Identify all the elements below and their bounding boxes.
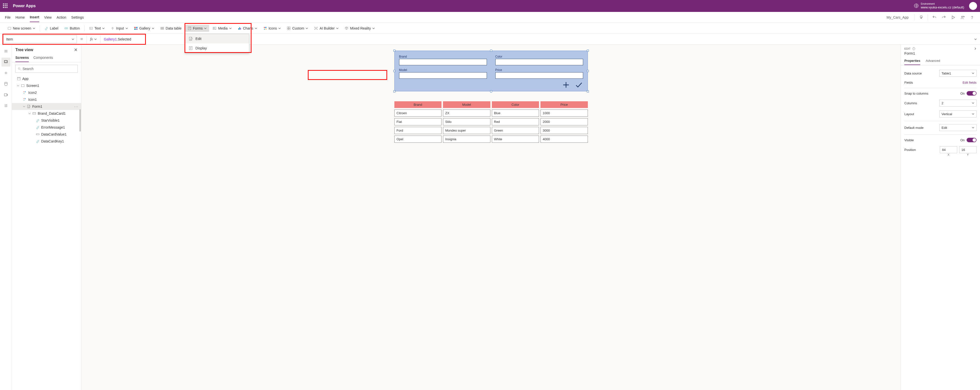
price-input[interactable] bbox=[495, 72, 583, 79]
formula-expand-button[interactable] bbox=[971, 37, 980, 41]
menu-view[interactable]: View bbox=[44, 13, 52, 22]
tree-node-key[interactable]: DataCardKey1 bbox=[12, 138, 81, 145]
tree-close-icon[interactable]: ✕ bbox=[74, 47, 78, 53]
brand-input[interactable] bbox=[399, 59, 487, 65]
charts-button[interactable]: Charts bbox=[235, 25, 260, 32]
tree-search-input[interactable]: Search bbox=[15, 65, 78, 73]
mixed-reality-button[interactable]: Mixed Reality bbox=[342, 25, 377, 32]
resize-handle[interactable] bbox=[393, 50, 395, 52]
table-cell[interactable]: Citroen bbox=[395, 109, 442, 117]
resize-handle[interactable] bbox=[490, 90, 492, 92]
resize-handle[interactable] bbox=[393, 70, 395, 72]
snap-toggle[interactable] bbox=[967, 91, 977, 96]
label-button[interactable]: Label bbox=[42, 25, 61, 32]
tree-node-brand-card[interactable]: Brand_DataCard1 bbox=[12, 110, 81, 117]
environment-selector[interactable]: Environment www.vyuka-excelu.cz (default… bbox=[914, 3, 964, 10]
rail-tools-icon[interactable] bbox=[2, 101, 10, 110]
table-cell[interactable]: ZX bbox=[443, 109, 490, 117]
ai-builder-button[interactable]: AI Builder bbox=[312, 25, 341, 32]
columns-select[interactable]: 2 bbox=[939, 99, 977, 107]
default-mode-select[interactable]: Edit bbox=[939, 124, 977, 131]
form-field-color[interactable]: Color bbox=[495, 54, 583, 65]
props-tab-properties[interactable]: Properties bbox=[904, 57, 920, 65]
table-cell[interactable]: Blue bbox=[492, 109, 539, 117]
form-field-model[interactable]: Model bbox=[399, 68, 487, 79]
menu-settings[interactable]: Settings bbox=[71, 13, 84, 22]
data-source-select[interactable]: Table1 bbox=[939, 70, 977, 77]
tree-node-icon1[interactable]: Icon1 bbox=[12, 96, 81, 103]
rail-insert-icon[interactable] bbox=[2, 69, 10, 77]
data-table-button[interactable]: Data table bbox=[158, 25, 184, 32]
rail-data-icon[interactable] bbox=[2, 80, 10, 88]
table-cell[interactable]: Red bbox=[492, 118, 539, 125]
table-cell[interactable]: White bbox=[492, 136, 539, 143]
tree-node-form1[interactable]: Form1 ··· bbox=[12, 103, 81, 110]
fx-button[interactable]: fx bbox=[87, 35, 100, 43]
rail-media-icon[interactable] bbox=[2, 90, 10, 99]
resize-handle[interactable] bbox=[490, 50, 492, 52]
position-x-input[interactable]: 84 bbox=[940, 146, 957, 153]
help-icon[interactable] bbox=[969, 14, 975, 20]
waffle-icon[interactable] bbox=[3, 3, 8, 8]
scrollbar-thumb[interactable] bbox=[80, 109, 81, 131]
info-icon[interactable] bbox=[912, 47, 915, 50]
table-cell[interactable]: 1000 bbox=[541, 109, 588, 117]
user-avatar[interactable] bbox=[969, 2, 977, 10]
rail-hamburger-icon[interactable] bbox=[2, 47, 10, 56]
forms-edit-item[interactable]: Edit bbox=[185, 34, 249, 43]
menu-action[interactable]: Action bbox=[57, 13, 66, 22]
forms-display-item[interactable]: Display bbox=[185, 43, 249, 53]
resize-handle[interactable] bbox=[393, 90, 395, 92]
table-cell[interactable]: Ford bbox=[395, 127, 442, 134]
table-cell[interactable]: Green bbox=[492, 127, 539, 134]
rail-tree-view-icon[interactable] bbox=[2, 58, 10, 67]
tree-tab-components[interactable]: Components bbox=[33, 54, 53, 62]
app-name[interactable]: My_Cars_App bbox=[886, 15, 908, 19]
new-screen-button[interactable]: New screen bbox=[5, 25, 38, 32]
edit-fields-link[interactable]: Edit fields bbox=[963, 81, 977, 85]
undo-icon[interactable] bbox=[931, 14, 937, 20]
table-cell[interactable]: 3000 bbox=[541, 127, 588, 134]
property-selector[interactable]: Item bbox=[3, 35, 77, 43]
resize-handle[interactable] bbox=[587, 50, 589, 52]
forms-button[interactable]: Forms bbox=[185, 25, 209, 32]
position-y-input[interactable]: 16 bbox=[959, 146, 977, 153]
icons-button[interactable]: Icons bbox=[261, 25, 283, 32]
table-cell[interactable]: Insignia bbox=[443, 136, 490, 143]
redo-icon[interactable] bbox=[941, 14, 947, 20]
custom-button[interactable]: Custom bbox=[284, 25, 310, 32]
table-cell[interactable]: Mondeo super bbox=[443, 127, 490, 134]
data-gallery[interactable]: BrandModelColorPriceCitroenZXBlue1000Fia… bbox=[395, 101, 588, 143]
table-cell[interactable]: Opel bbox=[395, 136, 442, 143]
tree-node-value[interactable]: DataCardValue1 bbox=[12, 131, 81, 138]
table-cell[interactable]: Fiat bbox=[395, 118, 442, 125]
tree-node-app[interactable]: App bbox=[12, 75, 81, 82]
text-button[interactable]: Text bbox=[87, 25, 107, 32]
app-checker-icon[interactable] bbox=[918, 14, 924, 20]
play-icon[interactable] bbox=[950, 14, 956, 20]
props-collapse-icon[interactable] bbox=[974, 47, 977, 51]
resize-handle[interactable] bbox=[587, 70, 589, 72]
menu-home[interactable]: Home bbox=[16, 13, 25, 22]
tree-tab-screens[interactable]: Screens bbox=[15, 54, 29, 62]
visible-toggle[interactable] bbox=[967, 138, 977, 142]
media-button[interactable]: Media bbox=[210, 25, 234, 32]
button-button[interactable]: Button bbox=[62, 25, 82, 32]
menu-file[interactable]: File bbox=[5, 13, 11, 22]
gallery-button[interactable]: Gallery bbox=[132, 25, 157, 32]
menu-insert[interactable]: Insert bbox=[30, 13, 39, 22]
form-control[interactable]: Brand Color Model Price bbox=[395, 51, 588, 91]
resize-handle[interactable] bbox=[587, 90, 589, 92]
table-cell[interactable]: 4000 bbox=[541, 136, 588, 143]
color-input[interactable] bbox=[495, 59, 583, 65]
canvas-area[interactable]: Brand Color Model Price bbox=[81, 45, 900, 390]
tree-node-icon2[interactable]: Icon2 bbox=[12, 89, 81, 96]
share-icon[interactable] bbox=[960, 14, 966, 20]
form-field-brand[interactable]: Brand bbox=[399, 54, 487, 65]
table-cell[interactable]: 2000 bbox=[541, 118, 588, 125]
tree-node-star[interactable]: StarVisible1 bbox=[12, 117, 81, 124]
add-icon[interactable] bbox=[562, 81, 570, 89]
tree-node-error[interactable]: ErrorMessage1 bbox=[12, 124, 81, 131]
form-field-price[interactable]: Price bbox=[495, 68, 583, 79]
layout-select[interactable]: Vertical bbox=[939, 110, 977, 117]
